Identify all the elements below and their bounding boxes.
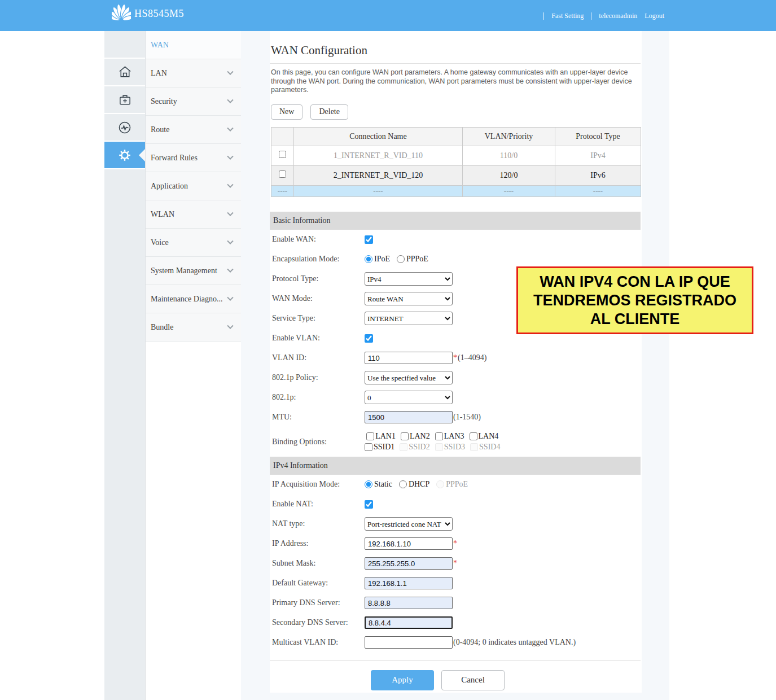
rail-item-diagnose[interactable] bbox=[104, 114, 145, 142]
8021p-policy-select[interactable]: Use the specified value bbox=[365, 371, 453, 384]
wan-connections-table: Connection Name VLAN/Priority Protocol T… bbox=[271, 127, 641, 197]
enable-nat-checkbox[interactable] bbox=[365, 500, 373, 509]
nat-type-select[interactable]: Port-restricted cone NAT bbox=[365, 517, 453, 531]
fast-setting-link[interactable]: Fast Setting bbox=[551, 12, 584, 20]
rail-item-settings-active[interactable] bbox=[104, 142, 145, 169]
header-links: Fast Setting telecomadmin Logout bbox=[543, 12, 664, 20]
huawei-logo-icon bbox=[112, 5, 131, 23]
protocol-type-cell: IPv4 bbox=[555, 146, 641, 165]
field-label: MTU: bbox=[272, 413, 365, 422]
maintenance-kit-icon bbox=[117, 92, 133, 107]
field-multicast-vlan-id: Multicast VLAN ID: (0-4094; 0 indicates … bbox=[270, 633, 642, 653]
field-label: Enable NAT: bbox=[272, 500, 365, 509]
home-icon bbox=[117, 64, 133, 80]
brand-logo-group: HS8545M5 bbox=[112, 5, 184, 23]
connection-name-cell[interactable]: 2_INTERNET_R_VID_120 bbox=[294, 165, 463, 185]
sidebar-item-security[interactable]: Security bbox=[146, 88, 241, 116]
ipoe-radio[interactable] bbox=[365, 255, 372, 263]
connection-name-cell[interactable]: 1_INTERNET_R_VID_110 bbox=[294, 146, 463, 165]
sidebar-item-wan[interactable]: WAN bbox=[146, 31, 241, 59]
checkbox-label: LAN2 bbox=[410, 432, 430, 441]
lan4-checkbox[interactable] bbox=[470, 432, 477, 440]
protocol-type-select[interactable]: IPv4 bbox=[365, 272, 453, 286]
static-radio[interactable] bbox=[365, 480, 372, 488]
field-label: WAN Mode: bbox=[272, 294, 365, 303]
checkbox-label: SSID2 bbox=[409, 443, 429, 452]
dhcp-radio[interactable] bbox=[399, 480, 407, 488]
username-label: telecomadmin bbox=[599, 12, 637, 20]
sidebar-item-application[interactable]: Application bbox=[146, 172, 241, 200]
form-divider bbox=[270, 660, 641, 661]
protocol-type-cell: IPv6 bbox=[555, 165, 641, 185]
sidebar-item-lan[interactable]: LAN bbox=[146, 59, 241, 88]
8021p-select[interactable]: 0 bbox=[365, 391, 453, 404]
subnet-mask-input[interactable] bbox=[365, 557, 453, 570]
ssid2-checkbox bbox=[400, 443, 407, 451]
enable-wan-checkbox[interactable] bbox=[365, 235, 373, 244]
apply-button[interactable]: Apply bbox=[371, 670, 434, 690]
field-label: Protocol Type: bbox=[272, 274, 365, 283]
field-label: Secondary DNS Server: bbox=[272, 618, 365, 627]
field-label: Default Gateway: bbox=[272, 579, 365, 588]
service-type-select[interactable]: INTERNET bbox=[365, 312, 453, 325]
table-row-selected[interactable]: ---- ---- ---- ---- bbox=[271, 185, 641, 196]
field-hint: (0-4094; 0 indicates untagged VLAN.) bbox=[453, 638, 576, 647]
column-header: VLAN/Priority bbox=[463, 127, 555, 146]
field-8021p-policy: 802.1p Policy: Use the specified value bbox=[270, 368, 642, 388]
ip-address-input[interactable] bbox=[365, 537, 453, 550]
field-secondary-dns: Secondary DNS Server: bbox=[270, 613, 642, 633]
field-label: NAT type: bbox=[272, 519, 365, 528]
ssid3-checkbox bbox=[435, 443, 443, 451]
rail-item-maintenance[interactable] bbox=[104, 86, 145, 114]
table-row: 2_INTERNET_R_VID_120 120/0 IPv6 bbox=[271, 165, 641, 185]
wan-mode-select[interactable]: Route WAN bbox=[365, 292, 453, 305]
field-label: 802.1p Policy: bbox=[272, 373, 365, 382]
default-gateway-input[interactable] bbox=[365, 577, 453, 589]
device-model: HS8545M5 bbox=[134, 8, 184, 20]
chevron-down-icon bbox=[227, 266, 233, 272]
checkbox-label: SSID3 bbox=[444, 443, 465, 452]
rail-item-home[interactable] bbox=[104, 59, 145, 86]
sidebar-item-bundle[interactable]: Bundle bbox=[146, 313, 241, 342]
primary-dns-input[interactable] bbox=[365, 597, 453, 609]
lan3-checkbox[interactable] bbox=[435, 432, 443, 440]
diagnose-icon bbox=[117, 120, 133, 135]
row-checkbox[interactable] bbox=[279, 151, 286, 158]
field-label: IP Address: bbox=[272, 539, 365, 548]
cancel-button[interactable]: Cancel bbox=[441, 670, 505, 690]
sidebar-item-voice[interactable]: Voice bbox=[146, 229, 241, 257]
basic-information-section-header: Basic Information bbox=[270, 212, 641, 230]
pppoe-radio[interactable] bbox=[397, 255, 405, 263]
multicast-vlan-id-input[interactable] bbox=[365, 636, 453, 649]
vlan-id-input[interactable] bbox=[365, 352, 453, 364]
enable-vlan-checkbox[interactable] bbox=[365, 334, 373, 343]
rail-spacer bbox=[104, 31, 145, 59]
lan1-checkbox[interactable] bbox=[366, 432, 374, 440]
checkbox-label: LAN1 bbox=[375, 432, 396, 441]
lan2-checkbox[interactable] bbox=[401, 432, 409, 440]
radio-label: DHCP bbox=[409, 480, 429, 489]
sidebar-item-label: Forward Rules bbox=[151, 154, 198, 163]
sidebar-item-forward-rules[interactable]: Forward Rules bbox=[146, 144, 241, 172]
sidebar-item-label: Voice bbox=[151, 238, 169, 247]
sidebar-item-route[interactable]: Route bbox=[146, 116, 241, 144]
secondary-dns-input[interactable] bbox=[365, 616, 453, 629]
vlan-priority-cell: 110/0 bbox=[463, 146, 555, 165]
connection-name-cell: ---- bbox=[294, 185, 463, 196]
required-mark: * bbox=[453, 559, 457, 568]
row-checkbox[interactable] bbox=[279, 170, 286, 178]
table-header-row: Connection Name VLAN/Priority Protocol T… bbox=[271, 127, 641, 146]
new-button[interactable]: New bbox=[271, 104, 302, 120]
delete-button[interactable]: Delete bbox=[310, 104, 348, 120]
mtu-input[interactable] bbox=[365, 411, 453, 423]
ipv4-information-section-header: IPv4 Information bbox=[270, 457, 641, 475]
logout-link[interactable]: Logout bbox=[645, 12, 664, 20]
sidebar-item-system-management[interactable]: System Management bbox=[146, 257, 241, 285]
header-separator bbox=[591, 12, 591, 20]
sidebar-item-maintenance-diagnose[interactable]: Maintenance Diagno... bbox=[146, 285, 241, 313]
sidebar-item-label: LAN bbox=[151, 69, 167, 78]
checkbox-label: SSID4 bbox=[479, 443, 500, 452]
sidebar-item-wlan[interactable]: WLAN bbox=[146, 200, 241, 229]
sidebar-item-label: System Management bbox=[151, 266, 217, 275]
ssid1-checkbox[interactable] bbox=[365, 443, 372, 451]
